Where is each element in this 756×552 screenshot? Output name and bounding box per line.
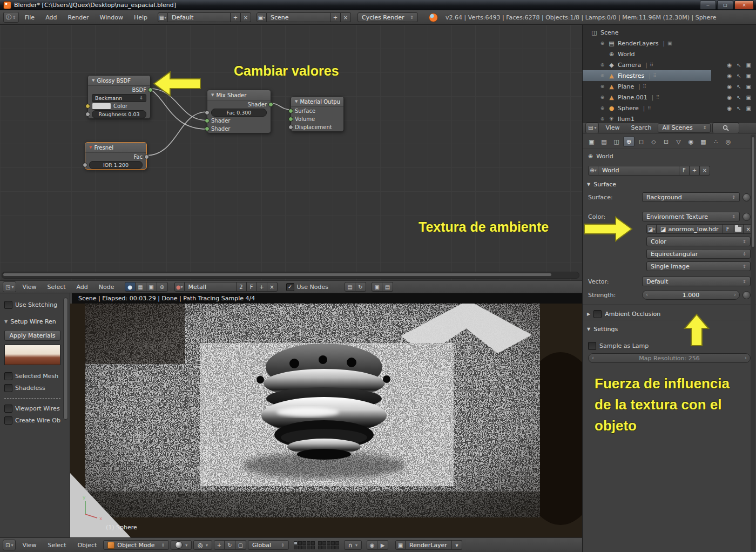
tab-render[interactable]: ▣ <box>586 136 597 147</box>
tab-texture[interactable]: ▦ <box>698 136 709 147</box>
screen-delete-button[interactable]: × <box>241 12 251 22</box>
manipulator-translate-icon[interactable]: + <box>214 540 225 550</box>
material-browse-button[interactable]: ● ▾ <box>174 282 185 292</box>
restrict-select-icon[interactable]: ↖ <box>737 105 741 111</box>
renderlayer-field[interactable]: RenderLayer <box>406 540 452 550</box>
slider-left-arrow[interactable]: ‹ <box>646 291 648 299</box>
manipulator-scale-icon[interactable]: ▢ <box>235 540 246 550</box>
tab-world[interactable]: ⊕ <box>623 136 634 147</box>
keyframe-dot-button[interactable] <box>742 193 751 201</box>
tab-object[interactable]: ◻ <box>636 136 647 147</box>
expander-icon[interactable]: ⊕ <box>599 116 605 122</box>
shader2-input-socket[interactable] <box>205 126 210 131</box>
screen-name-field[interactable]: Default <box>168 12 231 22</box>
fake-user-button[interactable]: F <box>723 224 733 234</box>
node-header[interactable]: ▼ Mix Shader <box>207 90 271 100</box>
menu-window[interactable]: Window <box>95 14 128 21</box>
create-wire-checkbox[interactable] <box>4 416 12 425</box>
sample-as-lamp-row[interactable]: Sample as Lamp <box>588 341 751 351</box>
auto-refresh-icon[interactable]: ↻ <box>355 282 366 292</box>
tab-constraints[interactable]: ◇ <box>648 136 659 147</box>
tab-object-data[interactable]: ▽ <box>673 136 684 147</box>
slider-right-arrow[interactable]: › <box>745 354 747 362</box>
ior-slider[interactable]: IOR 1.200 <box>89 161 143 169</box>
close-button[interactable]: × <box>734 1 754 10</box>
material-unlink-button[interactable]: × <box>267 282 278 292</box>
restrict-view-icon[interactable]: ◉ <box>727 95 732 100</box>
node-header[interactable]: ▼ Fresnel <box>85 143 146 153</box>
selected-mesh-toggle[interactable]: Selected Mesh <box>4 372 65 380</box>
fake-user-button[interactable]: F <box>247 282 257 292</box>
tab-physics[interactable]: ◎ <box>723 136 734 147</box>
maximize-button[interactable]: ▢ <box>717 1 733 10</box>
scene-name-field[interactable]: Scene <box>267 12 330 22</box>
node-header[interactable]: ▼ Glossy BSDF <box>88 76 150 86</box>
world-add-button[interactable]: + <box>690 166 700 176</box>
roughness-input-socket[interactable] <box>85 112 90 117</box>
surface-select[interactable]: Background ⇕ <box>642 192 740 202</box>
backdrop-icon[interactable]: ▤ <box>345 282 355 292</box>
menu-help[interactable]: Help <box>129 14 152 21</box>
manipulator-rotate-icon[interactable]: ↻ <box>225 540 235 550</box>
menu-view[interactable]: View <box>17 542 41 549</box>
material-name-field[interactable]: Metall <box>185 282 237 292</box>
shadeless-toggle[interactable]: Shadeless <box>4 384 65 392</box>
material-users-button[interactable]: 2 <box>237 282 247 292</box>
snap-select[interactable]: ∩ ▾ <box>344 540 362 550</box>
world-nodes-button[interactable]: ⊕ <box>157 282 168 292</box>
scene-browse-button[interactable]: ▣ ▾ <box>256 12 267 22</box>
ior-input-socket[interactable] <box>83 163 87 167</box>
restrict-view-icon[interactable]: ◉ <box>727 73 732 79</box>
render-toggle-icon[interactable]: ▣ <box>667 41 672 46</box>
fac-output-socket[interactable] <box>144 154 149 159</box>
scrollbar-thumb[interactable] <box>3 273 551 276</box>
vector-select[interactable]: Default ⇕ <box>642 277 751 286</box>
expander-icon[interactable]: ⊕ <box>599 62 605 68</box>
create-wire-toggle[interactable]: Create Wire Ob <box>4 416 65 425</box>
outliner-item-plane001[interactable]: ⊕ ▲ Plane.001 | ⠿ ◉ ↖ ▣ <box>583 92 756 103</box>
color-source-select[interactable]: Environment Texture ⇕ <box>642 212 740 221</box>
menu-select[interactable]: Select <box>43 284 71 291</box>
use-nodes-toggle[interactable]: ✓ Use Nodes <box>286 283 329 291</box>
viewport-wires-toggle[interactable]: Viewport Wires <box>4 405 65 413</box>
keyframe-dot-button[interactable] <box>742 213 751 221</box>
restrict-select-icon[interactable]: ↖ <box>737 62 741 68</box>
restrict-render-icon[interactable]: ▣ <box>746 105 751 111</box>
scenes-filter-select[interactable]: All Scenes ⇕ <box>658 123 711 133</box>
viewport-shading-select[interactable]: ▾ <box>171 540 192 550</box>
editor-type-info-button[interactable]: ⓘ ⇕ <box>3 12 19 23</box>
use-sketching-checkbox[interactable] <box>4 301 12 309</box>
node-material-output[interactable]: ▼ Material Outpu Surface Volume Displace… <box>291 96 344 132</box>
apply-materials-button[interactable]: Apply Materials <box>4 330 60 341</box>
outliner-item-plane[interactable]: ⊕ ▲ Plane | ⠿ ◉ ↖ ▣ <box>583 81 756 92</box>
tab-modifiers[interactable]: ⊡ <box>660 136 672 147</box>
screen-browse-button[interactable]: ▦ ▾ <box>158 12 168 22</box>
restrict-select-icon[interactable]: ↖ <box>737 73 741 79</box>
outliner-item-world[interactable]: ⊕ World <box>583 49 756 59</box>
shader-nodes-button[interactable]: ● <box>125 282 136 292</box>
tab-particles[interactable]: ∴ <box>710 136 721 147</box>
collapse-icon[interactable]: ▼ <box>211 93 214 97</box>
restrict-select-icon[interactable]: ↖ <box>737 95 741 100</box>
image-source-select[interactable]: Single Image ⇕ <box>646 261 751 271</box>
slider-left-arrow[interactable]: ‹ <box>592 354 594 362</box>
displacement-input-socket[interactable] <box>288 125 293 130</box>
mode-select[interactable]: Object Mode ⇕ <box>103 540 169 550</box>
texture-nodes-button[interactable]: ▦ <box>136 282 146 292</box>
tab-scene[interactable]: ◫ <box>611 136 622 147</box>
shadeless-checkbox[interactable] <box>4 384 12 392</box>
collapse-icon[interactable]: ▼ <box>89 145 92 150</box>
orientation-select[interactable]: Global ⇕ <box>248 540 289 550</box>
keyframe-dot-button[interactable] <box>742 291 751 299</box>
expander-icon[interactable]: ⊕ <box>599 84 605 89</box>
menu-add[interactable]: Add <box>40 14 62 21</box>
restrict-render-icon[interactable]: ▣ <box>746 62 751 68</box>
expander-icon[interactable]: ⊕ <box>599 73 605 78</box>
expander-icon[interactable]: ⊕ <box>599 95 605 100</box>
menu-file[interactable]: File <box>20 14 39 21</box>
node-fresnel[interactable]: ▼ Fresnel Fac IOR 1.200 <box>85 142 147 170</box>
ambient-occlusion-panel-header[interactable]: ▶ Ambient Occlusion <box>583 304 756 320</box>
world-unlink-button[interactable]: × <box>700 166 710 176</box>
expander-icon[interactable]: ⊕ <box>599 105 605 111</box>
outliner-item-sphere[interactable]: ⊕ ● Sphere | ⠿ ◉ ↖ ▣ <box>583 103 756 113</box>
